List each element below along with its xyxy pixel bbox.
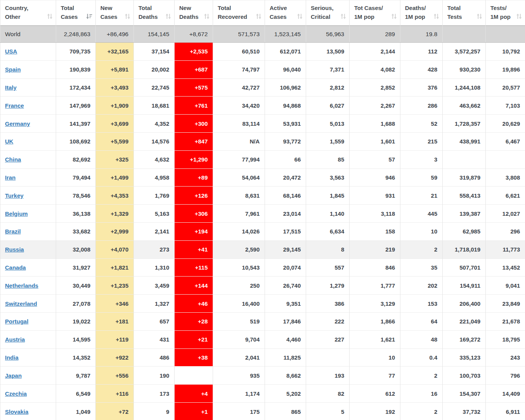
cell-country-other: Italy <box>0 78 56 97</box>
cell-new-deaths: +575 <box>175 78 213 97</box>
cell-new-cases: +5,891 <box>96 60 134 78</box>
cell-total-tests: 154,911 <box>443 277 486 295</box>
country-link[interactable]: Spain <box>5 66 21 73</box>
cell-new-cases: +1,499 <box>96 168 134 187</box>
cell-new-cases: +4,353 <box>96 187 134 205</box>
sort-updown-icon <box>125 13 130 19</box>
country-link[interactable]: UK <box>5 138 13 145</box>
cell-serious-critical: 1,845 <box>306 187 350 205</box>
cell-tot-cases-1m-pop: 2,144 <box>350 43 400 61</box>
cell-deaths-1m-pop: 48 <box>400 330 443 348</box>
column-header-new-cases[interactable]: NewCases <box>96 0 134 26</box>
cell-new-deaths: +8,672 <box>175 26 213 43</box>
cell-country-other: Austria <box>0 330 56 348</box>
column-header-country-other[interactable]: Country,Other <box>0 0 56 26</box>
cell-total-tests: 507,701 <box>443 258 486 277</box>
cell-country-other: Japan <box>0 367 56 385</box>
cell-tot-cases-1m-pop: 219 <box>350 240 400 258</box>
cell-deaths-1m-pop: 35 <box>400 258 443 277</box>
cell-active-cases: 17,846 <box>265 312 306 330</box>
country-link[interactable]: Canada <box>5 264 26 271</box>
cell-deaths-1m-pop: 428 <box>400 60 443 78</box>
country-link[interactable]: Russia <box>5 246 24 253</box>
table-row: Austria14,595+119431+219,7044,4602271,62… <box>0 330 525 348</box>
cell-tests-1m-pop: 6,911 <box>486 402 525 420</box>
cell-total-cases: 709,735 <box>56 43 96 61</box>
cell-active-cases: 865 <box>265 402 306 420</box>
table-row: USA709,735+32,16537,154+2,53560,510612,0… <box>0 43 525 61</box>
cell-country-other: India <box>0 348 56 367</box>
cell-total-cases: 190,839 <box>56 60 96 78</box>
country-link[interactable]: Netherlands <box>5 282 38 289</box>
cell-total-deaths: 190 <box>134 367 175 385</box>
cell-total-tests: 62,985 <box>443 222 486 240</box>
cell-total-deaths: 18,681 <box>134 97 175 115</box>
cell-total-deaths: 1,310 <box>134 258 175 277</box>
cell-new-cases: +32,165 <box>96 43 134 61</box>
column-header-total-recovered[interactable]: TotalRecovered <box>213 0 265 26</box>
column-header-active-cases[interactable]: ActiveCases <box>265 0 306 26</box>
column-header-tot-cases-1m-pop[interactable]: Tot Cases/1M pop <box>350 0 400 26</box>
country-link[interactable]: Iran <box>5 174 16 181</box>
cell-new-cases: +325 <box>96 150 134 168</box>
column-header-label: Tests/1M pop <box>490 3 511 22</box>
cell-total-recovered: 8,631 <box>213 187 265 205</box>
cell-serious-critical: 5,013 <box>306 115 350 133</box>
header-row: Country,OtherTotalCasesNewCasesTotalDeat… <box>0 0 525 26</box>
column-header-total-deaths[interactable]: TotalDeaths <box>134 0 175 26</box>
column-header-deaths-1m-pop[interactable]: Deaths/1M pop <box>400 0 443 26</box>
cell-new-deaths: +126 <box>175 187 213 205</box>
cell-new-deaths: +687 <box>175 60 213 78</box>
cell-total-deaths: 4,958 <box>134 168 175 187</box>
column-header-tests-1m-pop[interactable]: Tests/1M pop <box>486 0 525 26</box>
cell-tot-cases-1m-pop: 931 <box>350 187 400 205</box>
country-link[interactable]: France <box>5 102 24 109</box>
cell-active-cases: 29,145 <box>265 240 306 258</box>
table-row: Belgium36,138+1,3295,163+3067,96123,0141… <box>0 205 525 223</box>
country-link[interactable]: USA <box>5 48 17 55</box>
cell-tests-1m-pop: 7,103 <box>486 97 525 115</box>
country-link[interactable]: Austria <box>5 336 25 343</box>
cell-serious-critical: 56,963 <box>306 26 350 43</box>
country-link[interactable]: Slovakia <box>5 408 28 415</box>
cell-country-other: USA <box>0 43 56 61</box>
cell-active-cases: 23,014 <box>265 205 306 223</box>
cell-active-cases: 20,074 <box>265 258 306 277</box>
country-link[interactable]: China <box>5 156 21 163</box>
cell-tests-1m-pop: 20,577 <box>486 78 525 97</box>
country-link[interactable]: Portugal <box>5 318 28 325</box>
cell-tot-cases-1m-pop: 1,866 <box>350 312 400 330</box>
country-link[interactable]: Turkey <box>5 192 23 199</box>
cell-tot-cases-1m-pop: 612 <box>350 385 400 403</box>
column-header-new-deaths[interactable]: NewDeaths <box>175 0 213 26</box>
cell-total-recovered: N/A <box>213 132 265 150</box>
cell-new-deaths: +38 <box>175 348 213 367</box>
cell-total-deaths: 173 <box>134 385 175 403</box>
country-link[interactable]: Germany <box>5 120 30 127</box>
cell-total-tests: 335,123 <box>443 348 486 367</box>
coronavirus-stats-table: Country,OtherTotalCasesNewCasesTotalDeat… <box>0 0 525 420</box>
cell-serious-critical: 82 <box>306 385 350 403</box>
column-header-total-cases[interactable]: TotalCases <box>56 0 96 26</box>
cell-total-cases: 30,449 <box>56 277 96 295</box>
cell-tot-cases-1m-pop: 1,777 <box>350 277 400 295</box>
cell-active-cases: 26,740 <box>265 277 306 295</box>
sort-updown-icon <box>516 13 522 19</box>
cell-active-cases: 94,868 <box>265 97 306 115</box>
country-link[interactable]: Italy <box>5 84 17 91</box>
cell-deaths-1m-pop: 215 <box>400 132 443 150</box>
column-header-serious-critical[interactable]: Serious,Critical <box>306 0 350 26</box>
cell-serious-critical: 1,559 <box>306 132 350 150</box>
column-header-total-tests[interactable]: TotalTests <box>443 0 486 26</box>
country-link[interactable]: Brazil <box>5 228 21 235</box>
country-link[interactable]: Czechia <box>5 390 27 397</box>
table-row: UK108,692+5,59914,576+847N/A93,7721,5591… <box>0 132 525 150</box>
country-link[interactable]: India <box>5 354 18 361</box>
table-row: Switzerland27,078+3461,327+4616,4009,351… <box>0 295 525 313</box>
country-link[interactable]: Japan <box>5 372 22 379</box>
country-link[interactable]: Belgium <box>5 210 28 217</box>
cell-tot-cases-1m-pop: 1,601 <box>350 132 400 150</box>
country-link[interactable]: Switzerland <box>5 300 37 307</box>
cell-total-deaths: 37,154 <box>134 43 175 61</box>
sort-updown-icon <box>391 13 397 19</box>
